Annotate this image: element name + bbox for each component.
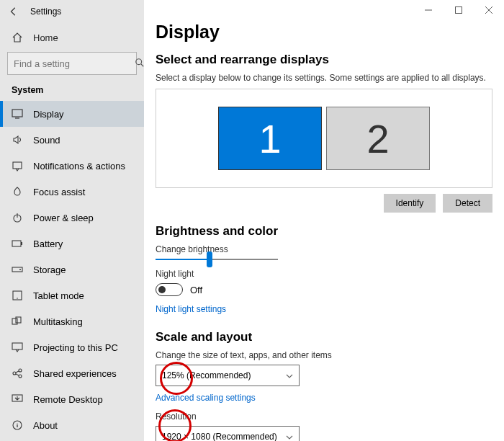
sidebar: Home System Display Sound Notifications … xyxy=(0,0,144,441)
svg-rect-2 xyxy=(12,110,22,117)
svg-rect-11 xyxy=(12,318,17,324)
projecting-icon xyxy=(12,342,23,353)
svg-rect-5 xyxy=(12,241,21,246)
night-light-label: Night light xyxy=(156,269,504,279)
page-title: Display xyxy=(156,22,504,43)
section-rearrange-title: Select and rearrange displays xyxy=(156,53,504,67)
toggle-knob xyxy=(158,286,166,293)
storage-icon xyxy=(12,264,23,275)
sidebar-item-label: Multitasking xyxy=(33,316,83,327)
sidebar-item-multitasking[interactable]: Multitasking xyxy=(0,308,144,334)
sidebar-item-projecting[interactable]: Projecting to this PC xyxy=(0,334,144,360)
sidebar-item-notifications[interactable]: Notifications & actions xyxy=(0,153,144,179)
advanced-scaling-link[interactable]: Advanced scaling settings xyxy=(156,393,256,403)
tablet-icon xyxy=(12,290,23,301)
home-label: Home xyxy=(33,32,58,43)
sidebar-item-focus[interactable]: Focus assist xyxy=(0,179,144,205)
focus-icon xyxy=(12,186,23,197)
sidebar-item-remote[interactable]: Remote Desktop xyxy=(0,386,144,412)
scale-value: 125% (Recommended) xyxy=(162,370,251,380)
resolution-label: Resolution xyxy=(156,411,504,422)
power-icon xyxy=(12,212,23,223)
svg-rect-6 xyxy=(21,242,22,245)
night-light-row: Off xyxy=(156,283,504,296)
chevron-down-icon xyxy=(286,432,293,441)
sidebar-item-label: Shared experiences xyxy=(33,368,117,379)
category-label: System xyxy=(0,82,144,101)
arrow-left-icon xyxy=(9,6,19,17)
display-arrangement[interactable]: 1 2 xyxy=(156,89,492,188)
chevron-down-icon xyxy=(286,370,293,380)
close-button[interactable] xyxy=(474,0,504,20)
svg-rect-13 xyxy=(12,343,22,349)
sidebar-item-label: Display xyxy=(33,109,64,120)
sidebar-item-shared[interactable]: Shared experiences xyxy=(0,360,144,386)
sidebar-item-tablet[interactable]: Tablet mode xyxy=(0,282,144,308)
sidebar-item-battery[interactable]: Battery xyxy=(0,231,144,257)
night-light-toggle[interactable] xyxy=(156,283,183,296)
back-button[interactable] xyxy=(3,1,24,22)
display-actions: Identify Detect xyxy=(156,194,492,213)
maximize-button[interactable] xyxy=(444,0,474,20)
minimize-button[interactable] xyxy=(413,0,444,20)
home-icon xyxy=(12,32,23,43)
home-button[interactable]: Home xyxy=(0,26,144,49)
detect-button[interactable]: Detect xyxy=(443,194,492,213)
section-scale-title: Scale and layout xyxy=(156,330,504,344)
sidebar-item-label: Notifications & actions xyxy=(33,161,125,172)
svg-point-8 xyxy=(19,269,21,270)
search-field[interactable] xyxy=(7,52,137,75)
monitor-2[interactable]: 2 xyxy=(326,107,430,170)
night-light-state: Off xyxy=(190,285,202,295)
settings-window: Settings Home System Display Sound Notif… xyxy=(0,0,504,441)
titlebar: Settings xyxy=(0,0,144,23)
resolution-dropdown[interactable]: 1920 × 1080 (Recommended) xyxy=(156,426,300,441)
identify-button[interactable]: Identify xyxy=(384,194,436,213)
sidebar-item-label: Battery xyxy=(33,239,63,249)
sidebar-item-label: Projecting to this PC xyxy=(33,342,118,353)
sidebar-item-label: Power & sleep xyxy=(33,213,94,223)
battery-icon xyxy=(12,238,23,249)
section-rearrange-sub: Select a display below to change its set… xyxy=(156,73,504,83)
svg-point-15 xyxy=(19,369,22,372)
slider-fill xyxy=(156,259,207,260)
search-input[interactable] xyxy=(14,58,135,69)
brightness-slider[interactable] xyxy=(156,259,278,260)
sidebar-item-label: Sound xyxy=(33,135,60,146)
section-brightness-title: Brightness and color xyxy=(156,224,504,239)
svg-point-1 xyxy=(136,58,142,64)
sidebar-item-about[interactable]: About xyxy=(0,412,144,438)
monitor-1[interactable]: 1 xyxy=(218,107,322,170)
about-icon xyxy=(12,419,23,431)
search-icon xyxy=(135,58,145,70)
slider-thumb[interactable] xyxy=(207,251,212,267)
night-light-settings-link[interactable]: Night light settings xyxy=(156,304,226,314)
svg-rect-12 xyxy=(16,317,21,323)
svg-point-10 xyxy=(17,298,18,299)
slider-track xyxy=(156,259,278,260)
svg-point-14 xyxy=(13,372,16,375)
scale-label: Change the size of text, apps, and other… xyxy=(156,350,504,360)
sidebar-item-label: Remote Desktop xyxy=(33,394,103,405)
sidebar-item-storage[interactable]: Storage xyxy=(0,257,144,282)
svg-point-16 xyxy=(19,375,22,378)
scale-dropdown[interactable]: 125% (Recommended) xyxy=(156,365,300,386)
sidebar-item-display[interactable]: Display xyxy=(0,101,144,127)
sidebar-item-power[interactable]: Power & sleep xyxy=(0,205,144,231)
multitasking-icon xyxy=(12,316,23,327)
svg-rect-3 xyxy=(13,162,22,169)
sound-icon xyxy=(12,134,23,146)
sidebar-item-label: Focus assist xyxy=(33,187,85,197)
svg-rect-0 xyxy=(456,7,462,14)
sidebar-item-sound[interactable]: Sound xyxy=(0,127,144,153)
window-controls xyxy=(413,0,504,22)
content-area: Display Select and rearrange displays Se… xyxy=(144,0,504,441)
display-icon xyxy=(12,108,23,120)
shared-icon xyxy=(12,368,23,379)
sidebar-item-label: Storage xyxy=(33,264,66,275)
resolution-value: 1920 × 1080 (Recommended) xyxy=(162,432,277,441)
notifications-icon xyxy=(12,160,23,172)
remote-icon xyxy=(12,393,23,405)
app-title: Settings xyxy=(30,6,61,17)
sidebar-item-label: About xyxy=(33,420,58,431)
